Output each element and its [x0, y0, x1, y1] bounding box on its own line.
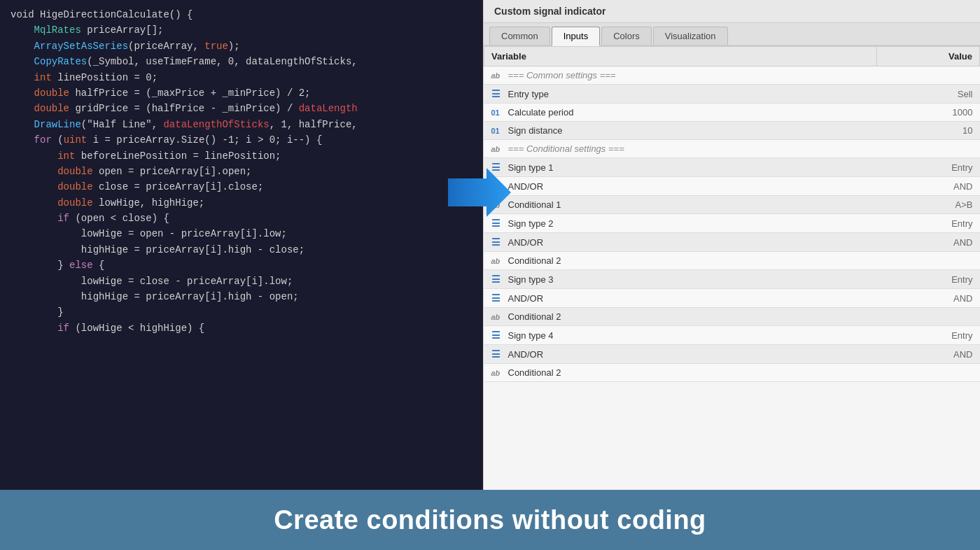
table-cell-value: AND [877, 345, 980, 364]
row-label: AND/OR [508, 349, 544, 360]
table-cell-value: 1000 [877, 104, 980, 122]
table-cell-variable: ab=== Common settings === [484, 66, 877, 85]
table-cell-variable: 01Calculate period [484, 104, 877, 122]
table-cell-variable: ☰Entry type [484, 85, 877, 104]
table-cell-variable: ☰Sign type 1 [484, 158, 877, 177]
row-label: === Common settings === [508, 70, 616, 80]
row-label: Sign type 2 [508, 218, 554, 229]
table-cell-value: AND [877, 177, 980, 196]
table-row[interactable]: abConditional 2 [484, 252, 980, 270]
code-line-5: CopyRates(_Symbol, useTimeFrame, 0, data… [10, 54, 472, 69]
row-label: Calculate period [508, 107, 574, 118]
table-row[interactable]: abConditional 2 [484, 308, 980, 326]
table-cell-value: AND [877, 233, 980, 252]
table-row[interactable]: abConditional 2 [484, 364, 980, 382]
code-line-23: } else { [10, 258, 472, 273]
table-row[interactable]: abConditional 1A>B [484, 196, 980, 214]
row-icon: ab [491, 313, 505, 321]
table-cell-variable: ☰AND/OR [484, 233, 877, 252]
table-row[interactable]: ☰Sign type 4Entry [484, 326, 980, 345]
code-line-4: ArraySetAsSeries(priceArray, true); [10, 38, 472, 54]
tabs-container: Common Inputs Colors Visualization [484, 23, 980, 46]
col-value: Value [877, 47, 980, 66]
row-label: Sign type 4 [508, 330, 554, 341]
row-icon: ab [491, 71, 505, 80]
table-row[interactable]: ☰AND/ORAND [484, 233, 980, 252]
table-row[interactable]: ☰AND/ORAND [484, 289, 980, 308]
table-area: Variable Value ab=== Common settings ===… [484, 46, 980, 490]
code-line-28: if (lowHige < highHige) { [10, 320, 472, 336]
code-line-8: double halfPrice = (_maxPrice + _minPric… [10, 85, 472, 101]
table-cell-value: Sell [877, 85, 980, 104]
main-area: void HigeDirectionCalculate() { MqlRates… [0, 0, 980, 490]
code-line-17: double close = priceArray[i].close; [10, 179, 472, 195]
code-line-3: MqlRates priceArray[]; [10, 22, 472, 38]
code-line-7: int linePosition = 0; [10, 70, 472, 85]
table-cell-value: Entry [877, 270, 980, 289]
row-label: Sign type 3 [508, 274, 554, 285]
table-row[interactable]: ☰AND/ORAND [484, 177, 980, 196]
code-panel: void HigeDirectionCalculate() { MqlRates… [0, 0, 483, 490]
code-line-26: } [10, 304, 472, 320]
row-icon: ☰ [491, 274, 505, 285]
row-icon: ab [491, 369, 505, 377]
panel-title: Custom signal indicator [484, 0, 980, 23]
table-cell-value [877, 140, 980, 158]
table-cell-value: 10 [877, 122, 980, 140]
table-row[interactable]: ☰AND/ORAND [484, 345, 980, 364]
table-cell-variable: ab=== Conditional settings === [484, 140, 877, 158]
tab-common[interactable]: Common [489, 27, 550, 45]
table-cell-variable: ☰AND/OR [484, 177, 877, 196]
table-cell-variable: abConditional 2 [484, 364, 877, 382]
code-line-13: for (uint i = priceArray.Size() -1; i > … [10, 132, 472, 148]
tab-inputs[interactable]: Inputs [552, 27, 600, 46]
row-label: Sign distance [508, 125, 563, 136]
table-row[interactable]: ab=== Conditional settings === [484, 140, 980, 158]
code-line-20: if (open < close) { [10, 211, 472, 226]
table-cell-value: Entry [877, 158, 980, 177]
tab-visualization[interactable]: Visualization [653, 27, 728, 45]
code-line-1: void HigeDirectionCalculate() { [10, 7, 472, 22]
table-header-row: Variable Value [484, 47, 980, 66]
row-label: AND/OR [508, 293, 544, 304]
row-label: === Conditional settings === [508, 143, 624, 154]
code-line-22: highHige = priceArray[i].high - close; [10, 242, 472, 258]
row-label: Conditional 2 [508, 311, 561, 322]
table-cell-variable: ☰AND/OR [484, 289, 877, 308]
row-icon: ☰ [491, 348, 505, 360]
table-cell-variable: abConditional 2 [484, 252, 877, 270]
table-row[interactable]: ☰Sign type 3Entry [484, 270, 980, 289]
table-cell-variable: 01Sign distance [484, 122, 877, 140]
table-cell-variable: abConditional 2 [484, 308, 877, 326]
row-icon: ☰ [491, 292, 505, 304]
table-row[interactable]: ☰Entry typeSell [484, 85, 980, 104]
row-icon: 01 [491, 127, 505, 135]
table-cell-variable: ☰Sign type 3 [484, 270, 877, 289]
table-row[interactable]: 01Calculate period1000 [484, 104, 980, 122]
arrow-icon [448, 168, 511, 217]
table-cell-variable: abConditional 1 [484, 196, 877, 214]
row-label: Conditional 2 [508, 367, 561, 378]
table-cell-value: AND [877, 289, 980, 308]
table-row[interactable]: ☰Sign type 2Entry [484, 214, 980, 233]
table-cell-variable: ☰Sign type 4 [484, 326, 877, 345]
banner-text: Create conditions without coding [274, 505, 706, 535]
table-cell-value [877, 252, 980, 270]
code-line-18: double lowHige, highHige; [10, 195, 472, 211]
code-line-9: double gridPrice = (halfPrice - _minPric… [10, 101, 472, 116]
table-row[interactable]: ab=== Common settings === [484, 66, 980, 85]
settings-panel: Custom signal indicator Common Inputs Co… [483, 0, 980, 490]
table-row[interactable]: ☰Sign type 1Entry [484, 158, 980, 177]
row-icon: ☰ [491, 88, 505, 99]
tab-colors[interactable]: Colors [601, 27, 652, 45]
table-cell-value [877, 66, 980, 85]
row-label: Sign type 1 [508, 162, 554, 173]
table-cell-value [877, 364, 980, 382]
table-row[interactable]: 01Sign distance10 [484, 122, 980, 140]
table-cell-value: Entry [877, 214, 980, 233]
svg-marker-0 [448, 168, 511, 217]
bottom-banner: Create conditions without coding [0, 490, 980, 550]
table-cell-value: A>B [877, 196, 980, 214]
row-label: AND/OR [508, 237, 544, 248]
row-icon: ab [491, 145, 505, 153]
